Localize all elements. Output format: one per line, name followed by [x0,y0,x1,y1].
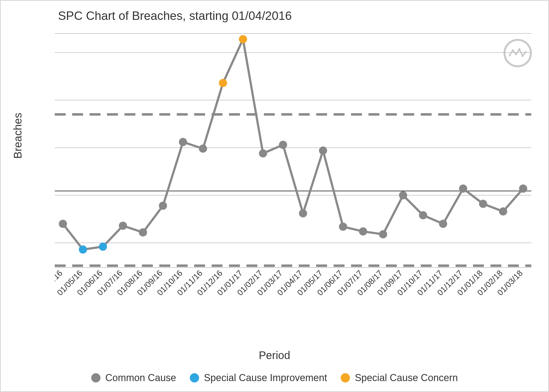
legend-swatch-icon [341,373,350,382]
data-point [339,223,347,231]
data-point [319,146,327,155]
plot-area: 10001500200025003000 01/04/1601/05/1601/… [55,28,531,303]
data-points [59,35,527,254]
legend: Common CauseSpecial Cause ImprovementSpe… [1,372,548,384]
data-point [359,227,367,235]
data-point [239,35,247,43]
legend-item: Common Cause [91,372,176,384]
data-point [79,246,87,254]
data-point [199,145,207,153]
data-point [99,243,107,251]
y-axis-label: Breaches [12,113,24,159]
data-point [159,202,167,210]
legend-swatch-icon [91,373,100,382]
x-axis-label: Period [259,349,290,362]
data-point [179,138,187,146]
chart-title: SPC Chart of Breaches, starting 01/04/20… [58,9,292,23]
legend-item: Special Cause Concern [341,372,458,384]
data-point [219,79,227,87]
data-point [419,211,427,219]
data-point [479,200,487,208]
legend-label: Special Cause Concern [355,372,458,384]
data-point [439,220,447,228]
legend-swatch-icon [190,373,199,382]
legend-item: Special Cause Improvement [190,372,327,384]
legend-label: Special Cause Improvement [204,372,327,384]
data-point [379,230,387,238]
data-point [59,220,67,228]
data-point [459,185,467,193]
data-point [259,149,267,157]
data-point [499,207,507,216]
data-point [299,209,307,218]
x-ticks: 01/04/1601/05/1601/06/1601/07/1601/08/16… [55,268,524,297]
data-series [63,39,523,250]
gridlines [55,33,531,268]
chart-frame: SPC Chart of Breaches, starting 01/04/20… [0,0,549,392]
data-point [119,222,127,230]
legend-label: Common Cause [105,372,176,384]
data-point [279,141,287,149]
data-point [519,185,527,193]
data-point [399,191,407,199]
data-point [139,228,147,237]
